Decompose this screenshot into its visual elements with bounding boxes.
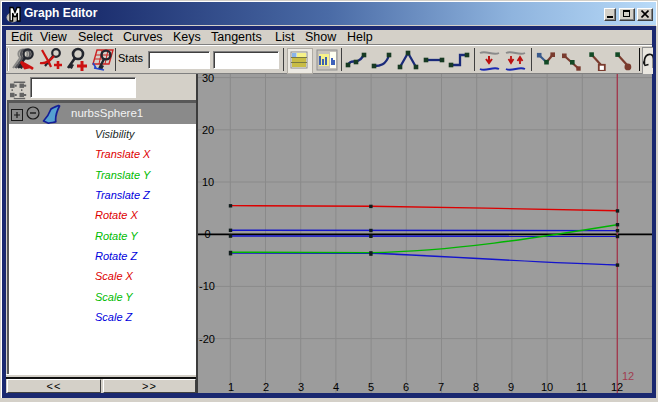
svg-text:10: 10 (541, 381, 553, 393)
svg-text:-10: -10 (199, 280, 215, 292)
svg-text:2: 2 (263, 381, 269, 393)
svg-text:12: 12 (622, 370, 634, 382)
svg-text:1: 1 (228, 381, 234, 393)
svg-text:-20: -20 (199, 333, 215, 345)
svg-text:9: 9 (508, 381, 514, 393)
svg-text:5: 5 (368, 381, 374, 393)
svg-text:3: 3 (298, 381, 304, 393)
svg-text:8: 8 (473, 381, 479, 393)
svg-text:30: 30 (202, 74, 214, 84)
svg-text:7: 7 (438, 381, 444, 393)
svg-text:20: 20 (202, 124, 214, 136)
svg-text:10: 10 (202, 176, 214, 188)
svg-text:0: 0 (205, 228, 211, 240)
svg-text:4: 4 (333, 381, 339, 393)
svg-text:6: 6 (403, 381, 409, 393)
svg-text:12: 12 (611, 381, 623, 393)
svg-text:11: 11 (576, 381, 587, 393)
